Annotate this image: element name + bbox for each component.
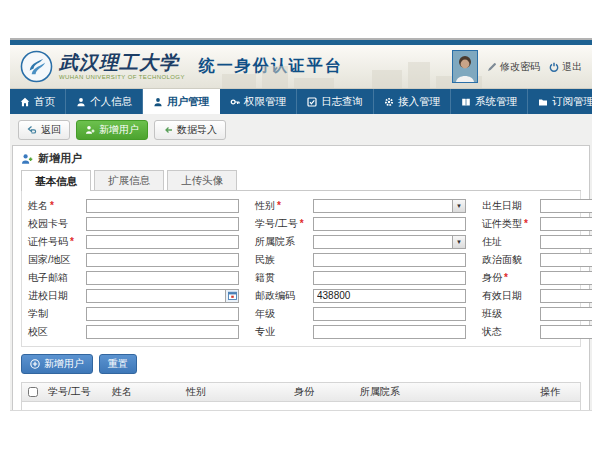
field-label: 状态 <box>482 325 540 339</box>
field-label: 校园卡号 <box>28 217 86 231</box>
field-label: 姓名* <box>28 199 86 213</box>
user-avatar[interactable] <box>452 50 478 83</box>
input-wrap <box>313 253 466 267</box>
gender-input[interactable] <box>314 200 452 212</box>
input-wrap <box>313 271 466 285</box>
data-import-button[interactable]: 数据导入 <box>154 120 226 140</box>
form-field-grade: 年级 <box>255 306 466 321</box>
campus-input[interactable] <box>87 326 238 338</box>
pencil-icon <box>487 62 497 72</box>
field-label: 学号/工号* <box>255 217 313 231</box>
required-asterisk: * <box>70 236 74 247</box>
change-password-link[interactable]: 修改密码 <box>487 60 540 74</box>
class-input[interactable] <box>541 308 592 320</box>
email-input[interactable] <box>87 272 238 284</box>
input-wrap <box>86 289 239 303</box>
toolbar: 返回 新增用户 数据导入 <box>10 114 592 145</box>
university-name-block: 武汉理工大学 WUHAN UNIVERSITY OF TECHNOLOGY <box>59 53 185 80</box>
form-field-major: 专业 <box>255 324 466 339</box>
required-asterisk: * <box>50 200 54 211</box>
department-input[interactable] <box>314 236 452 248</box>
add-user-submit-button[interactable]: 新增用户 <box>21 354 93 374</box>
nav-item-label: 个人信息 <box>90 95 132 109</box>
student-employee-id-input[interactable] <box>314 218 465 230</box>
section-title-text: 新增用户 <box>38 151 82 166</box>
table-column-header: 操作 <box>536 385 580 399</box>
form-field-campus-card-no: 校园卡号 <box>28 216 239 231</box>
id-number-input[interactable] <box>87 236 238 248</box>
postal-code-input[interactable] <box>314 290 465 302</box>
ethnicity-input[interactable] <box>314 254 465 266</box>
birth-date-input[interactable] <box>541 200 592 212</box>
table-column-header: 学号/工号 <box>44 385 108 399</box>
users-icon <box>153 97 163 107</box>
nav-item-系统管理[interactable]: 系统管理 <box>451 89 528 114</box>
university-name-en: WUHAN UNIVERSITY OF TECHNOLOGY <box>59 74 185 80</box>
form-field-campus: 校区 <box>28 324 239 339</box>
select-all-cell <box>22 387 44 397</box>
nav-item-用户管理[interactable]: 用户管理 <box>143 89 220 114</box>
logout-link[interactable]: 退出 <box>549 60 582 74</box>
form-field-name: 姓名* <box>28 198 239 213</box>
back-button[interactable]: 返回 <box>18 120 70 140</box>
field-label: 籍贯 <box>255 271 313 285</box>
nav-item-权限管理[interactable]: 权限管理 <box>220 89 297 114</box>
select-all-checkbox[interactable] <box>28 387 38 397</box>
home-icon <box>20 97 30 107</box>
calendar-icon[interactable] <box>225 290 238 302</box>
nav-item-个人信息[interactable]: 个人信息 <box>66 89 143 114</box>
identity-input[interactable] <box>541 272 592 284</box>
book-icon <box>461 97 471 107</box>
key-icon <box>230 97 240 107</box>
back-button-label: 返回 <box>41 124 61 136</box>
id-type-input[interactable] <box>541 218 592 230</box>
import-arrow-icon <box>163 125 173 135</box>
add-user-toolbar-button[interactable]: 新增用户 <box>76 120 148 140</box>
tab-上传头像[interactable]: 上传头像 <box>167 170 237 190</box>
chevron-down-icon[interactable]: ▼ <box>452 236 465 248</box>
nav-item-订阅管理[interactable]: 订阅管理 <box>528 89 592 114</box>
gear-icon <box>384 97 394 107</box>
app-window: 武汉理工大学 WUHAN UNIVERSITY OF TECHNOLOGY 统一… <box>10 38 592 411</box>
valid-date-input[interactable] <box>541 290 592 302</box>
schooling-length-input[interactable] <box>87 308 238 320</box>
political-status-input[interactable] <box>541 254 592 266</box>
chevron-down-icon[interactable]: ▼ <box>452 200 465 212</box>
address-input[interactable] <box>541 236 592 248</box>
name-input[interactable] <box>87 200 238 212</box>
header-user-area: 修改密码 退出 <box>452 50 582 83</box>
input-wrap <box>86 253 239 267</box>
entry-date-input[interactable] <box>87 290 225 302</box>
nav-item-首页[interactable]: 首页 <box>10 89 66 114</box>
input-wrap <box>540 235 592 249</box>
field-label: 所属院系 <box>255 235 313 249</box>
tab-基本信息[interactable]: 基本信息 <box>21 170 91 191</box>
new-user-panel: 新增用户 基本信息扩展信息上传头像 姓名*性别*▼出生日期校园卡号学号/工号*证… <box>12 145 590 411</box>
input-wrap <box>86 325 239 339</box>
country-region-input[interactable] <box>87 254 238 266</box>
university-logo-icon <box>20 50 53 83</box>
university-name: 武汉理工大学 <box>59 53 185 72</box>
add-user-submit-label: 新增用户 <box>44 358 84 370</box>
nav-item-接入管理[interactable]: 接入管理 <box>374 89 451 114</box>
campus-card-no-input[interactable] <box>87 218 238 230</box>
grade-input[interactable] <box>314 308 465 320</box>
checklist-icon <box>307 97 317 107</box>
power-icon <box>549 62 559 72</box>
nav-item-日志查询[interactable]: 日志查询 <box>297 89 374 114</box>
reset-button[interactable]: 重置 <box>99 354 137 374</box>
input-wrap <box>86 271 239 285</box>
form-field-status: 状态 <box>482 324 592 339</box>
native-place-input[interactable] <box>314 272 465 284</box>
major-input[interactable] <box>314 326 465 338</box>
form-field-email: 电子邮箱 <box>28 270 239 285</box>
nav-item-label: 首页 <box>34 95 55 109</box>
input-wrap: ▼ <box>313 199 466 213</box>
form-field-birth-date: 出生日期 <box>482 198 592 213</box>
app-header: 武汉理工大学 WUHAN UNIVERSITY OF TECHNOLOGY 统一… <box>10 45 592 89</box>
tab-扩展信息[interactable]: 扩展信息 <box>94 170 164 190</box>
input-wrap <box>313 289 466 303</box>
status-input[interactable] <box>541 326 592 338</box>
table-header: 学号/工号姓名性别身份所属院系操作 <box>22 383 580 402</box>
field-label: 邮政编码 <box>255 289 313 303</box>
